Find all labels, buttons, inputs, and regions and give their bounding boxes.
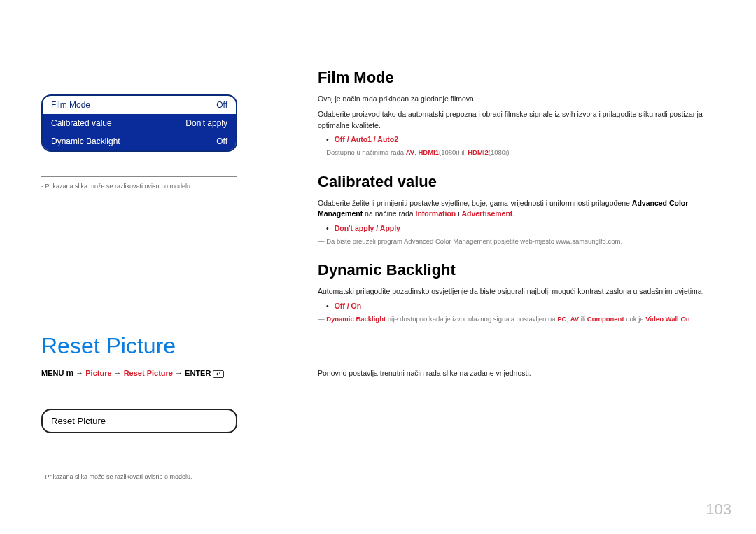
calibrated-value-note: ― Da biste preuzeli program Advanced Col… xyxy=(318,237,717,246)
dynamic-backlight-note: ― Dynamic Backlight nije dostupno kada j… xyxy=(318,314,717,323)
breadcrumb-menu: MENU xyxy=(41,369,64,377)
breadcrumb-picture: Picture xyxy=(85,369,111,377)
film-mode-desc1: Ovaj je način rada prikladan za gledanje… xyxy=(318,94,717,105)
breadcrumb-reset: Reset Picture xyxy=(124,369,173,377)
picture-options-menu: Film Mode Off Calibrated value Don't app… xyxy=(41,94,237,152)
divider xyxy=(41,468,237,468)
film-mode-heading: Film Mode xyxy=(318,69,717,87)
reset-picture-menu-item[interactable]: Reset Picture xyxy=(41,409,237,433)
menu-row-film-mode[interactable]: Film Mode Off xyxy=(43,96,236,114)
arrow-icon: → xyxy=(175,369,185,377)
menu-value: Off xyxy=(216,136,227,146)
image-caption: - Prikazana slika može se razlikovati ov… xyxy=(41,183,237,190)
calibrated-value-desc: Odaberite želite li primijeniti postavke… xyxy=(318,198,717,220)
menu-label: Calibrated value xyxy=(51,118,112,128)
menu-label: Dynamic Backlight xyxy=(51,136,120,146)
divider xyxy=(41,176,237,177)
dynamic-backlight-heading: Dynamic Backlight xyxy=(318,261,717,279)
menu-icon: m xyxy=(66,368,74,378)
reset-picture-heading: Reset Picture xyxy=(41,333,176,359)
menu-label: Film Mode xyxy=(51,100,90,110)
reset-picture-label: Reset Picture xyxy=(51,416,106,426)
right-column: Film Mode Ovaj je način rada prikladan z… xyxy=(318,69,717,333)
enter-icon: ↵ xyxy=(213,370,224,378)
breadcrumb: MENU m → Picture → Reset Picture → ENTER… xyxy=(41,368,224,378)
menu-row-calibrated-value[interactable]: Calibrated value Don't apply xyxy=(43,114,236,132)
film-mode-options: Off / Auto1 / Auto2 xyxy=(326,135,717,143)
dynamic-backlight-options: Off / On xyxy=(326,302,717,310)
breadcrumb-enter: ENTER xyxy=(185,369,211,377)
dynamic-backlight-desc: Automatski prilagodite pozadinsko osvjet… xyxy=(318,286,717,297)
arrow-icon: → xyxy=(76,369,85,377)
reset-picture-desc: Ponovno postavlja trenutni način rada sl… xyxy=(318,368,717,379)
page-number: 103 xyxy=(706,500,732,519)
calibrated-value-options: Don't apply / Apply xyxy=(326,224,717,232)
image-caption: - Prikazana slika može se razlikovati ov… xyxy=(41,473,192,480)
menu-row-dynamic-backlight[interactable]: Dynamic Backlight Off xyxy=(43,132,236,150)
left-column: Film Mode Off Calibrated value Don't app… xyxy=(41,94,237,190)
menu-value: Off xyxy=(216,100,227,110)
film-mode-note: ― Dostupno u načinima rada AV, HDMI1(108… xyxy=(318,148,717,157)
film-mode-desc2: Odaberite proizvod tako da automatski pr… xyxy=(318,109,717,132)
calibrated-value-heading: Calibrated value xyxy=(318,173,717,191)
menu-value: Don't apply xyxy=(186,118,227,128)
arrow-icon: → xyxy=(114,369,124,377)
